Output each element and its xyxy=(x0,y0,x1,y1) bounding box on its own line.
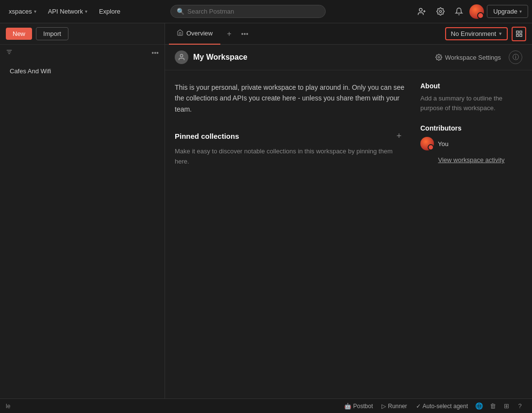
layout-icon[interactable]: ⊞ xyxy=(500,400,513,413)
tab-more-button[interactable]: ••• xyxy=(238,27,251,41)
search-icon: 🔍 xyxy=(177,8,184,15)
pinned-add-button[interactable]: + xyxy=(393,130,405,142)
content-area: Overview + ••• No Environment ▾ My Works… xyxy=(165,23,532,398)
workspace-avatar-icon xyxy=(175,50,188,64)
tab-overview-label: Overview xyxy=(186,30,213,37)
workspace-settings-label: Workspace Settings xyxy=(445,54,501,61)
sidebar: New Import ••• Cafes And Wifi xyxy=(0,23,165,398)
postbot-label: Postbot xyxy=(353,403,373,410)
auto-select-agent-button[interactable]: ✓ Auto-select agent xyxy=(412,401,472,411)
status-bar: le 🤖 Postbot ▷ Runner ✓ Auto-select agen… xyxy=(0,398,532,413)
no-environment-select[interactable]: No Environment ▾ xyxy=(445,27,508,40)
workspace-right-sidebar: About Add a summary to outline the purpo… xyxy=(420,82,522,387)
workspaces-label: xspaces xyxy=(9,8,32,15)
workspace-body: This is your personal, private workspace… xyxy=(165,70,532,398)
svg-point-12 xyxy=(438,56,440,58)
workspace-header: My Workspace Workspace Settings ⓘ xyxy=(165,45,532,70)
svg-rect-10 xyxy=(516,34,518,36)
status-right: 🤖 Postbot ▷ Runner ✓ Auto-select agent 🌐… xyxy=(340,400,526,413)
upgrade-label: Upgrade xyxy=(493,8,517,15)
workspace-title: My Workspace xyxy=(193,53,432,62)
workspace-main: This is your personal, private workspace… xyxy=(175,82,405,387)
workspaces-chevron-icon: ▾ xyxy=(34,9,36,14)
api-network-label: API Network xyxy=(48,8,83,15)
help-icon[interactable]: ? xyxy=(514,400,526,413)
upgrade-button[interactable]: Upgrade ▾ xyxy=(487,5,528,18)
tabs-section: Overview + ••• xyxy=(165,23,439,44)
list-item[interactable]: Cafes And Wifi xyxy=(6,65,159,78)
pinned-collections-description: Make it easy to discover notable collect… xyxy=(175,147,405,167)
runner-button[interactable]: ▷ Runner xyxy=(378,401,411,411)
search-input[interactable] xyxy=(187,8,319,15)
globe-icon[interactable]: 🌐 xyxy=(473,400,485,413)
svg-point-11 xyxy=(180,54,183,57)
postbot-button[interactable]: 🤖 Postbot xyxy=(340,401,377,411)
env-section: No Environment ▾ xyxy=(439,27,532,41)
add-collaborator-button[interactable] xyxy=(414,4,430,19)
about-title: About xyxy=(420,82,522,90)
explore-menu[interactable]: Explore xyxy=(94,5,125,18)
sidebar-search-row: ••• xyxy=(0,45,165,61)
environment-icon-button[interactable] xyxy=(512,27,526,41)
upgrade-chevron-icon: ▾ xyxy=(519,9,522,14)
view-workspace-activity-link[interactable]: View workspace activity xyxy=(420,156,522,164)
about-text: Add a summary to outline the purpose of … xyxy=(420,94,522,113)
workspace-settings-button[interactable]: Workspace Settings xyxy=(432,52,505,63)
contributor-name: You xyxy=(438,140,449,148)
tabs-env-bar: Overview + ••• No Environment ▾ xyxy=(165,23,532,45)
workspaces-menu[interactable]: xspaces ▾ xyxy=(4,5,41,18)
nav-right: Upgrade ▾ xyxy=(414,4,528,19)
auto-select-label: Auto-select agent xyxy=(423,403,468,410)
svg-rect-8 xyxy=(519,31,521,33)
settings-icon[interactable] xyxy=(432,4,448,19)
sidebar-actions: New Import xyxy=(0,23,165,45)
svg-rect-9 xyxy=(519,34,521,36)
user-avatar[interactable] xyxy=(469,4,484,19)
postbot-icon: 🤖 xyxy=(344,403,351,410)
contributor-avatar xyxy=(420,137,434,150)
runner-label: Runner xyxy=(388,403,407,410)
workspace-description: This is your personal, private workspace… xyxy=(175,82,405,115)
no-environment-label: No Environment xyxy=(451,30,496,37)
pinned-collections-title: Pinned collections xyxy=(175,132,239,140)
env-chevron-icon: ▾ xyxy=(499,31,502,37)
sidebar-search-input[interactable] xyxy=(17,49,148,56)
notifications-icon[interactable] xyxy=(451,4,466,19)
top-nav-bar: xspaces ▾ API Network ▾ Explore 🔍 Upgrad… xyxy=(0,0,532,23)
sidebar-content: Cafes And Wifi xyxy=(0,61,165,398)
trash-icon[interactable]: 🗑 xyxy=(486,400,499,413)
main-area: New Import ••• Cafes And Wifi xyxy=(0,23,532,398)
filter-icon[interactable] xyxy=(6,49,13,57)
status-left-text: le xyxy=(6,403,338,410)
pinned-collections-header: Pinned collections + xyxy=(175,130,405,142)
explore-label: Explore xyxy=(99,8,120,15)
workspace-info-button[interactable]: ⓘ xyxy=(509,50,522,64)
contributor-row: You xyxy=(420,137,522,150)
svg-point-0 xyxy=(419,8,422,11)
api-network-menu[interactable]: API Network ▾ xyxy=(43,5,92,18)
runner-icon: ▷ xyxy=(382,403,386,410)
svg-rect-7 xyxy=(516,31,518,33)
import-button[interactable]: Import xyxy=(36,27,68,40)
tab-add-button[interactable]: + xyxy=(222,27,236,41)
api-network-chevron-icon: ▾ xyxy=(85,9,87,14)
contributors-title: Contributors xyxy=(420,124,522,132)
search-bar[interactable]: 🔍 xyxy=(170,5,326,18)
new-button[interactable]: New xyxy=(6,28,32,40)
tab-overview[interactable]: Overview xyxy=(169,23,220,45)
about-section: About Add a summary to outline the purpo… xyxy=(420,82,522,113)
contributors-section: Contributors You View workspace activity xyxy=(420,124,522,164)
svg-point-3 xyxy=(439,10,441,12)
overview-tab-icon xyxy=(177,29,183,37)
auto-select-icon: ✓ xyxy=(416,403,421,410)
sidebar-more-icon[interactable]: ••• xyxy=(151,49,159,57)
